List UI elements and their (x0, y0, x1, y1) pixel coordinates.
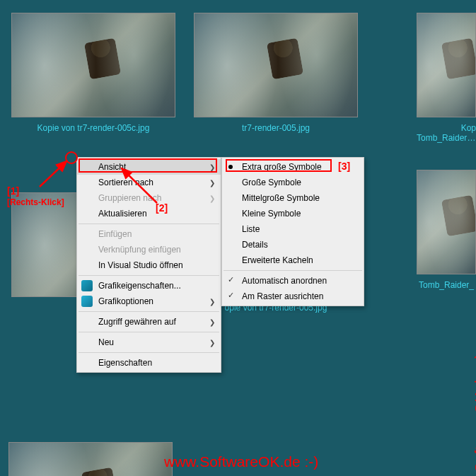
menu-label: Sortieren nach (98, 178, 153, 187)
file-label: Kopie von tr7-render-005c.jpg (37, 123, 150, 133)
menu-label: Am Raster ausrichten (242, 291, 323, 301)
menu-label: Aktualisieren (98, 209, 147, 219)
file-item[interactable]: Kopie von tr7-render-005c.jpg (8, 13, 178, 133)
menu-item-zugriff[interactable]: Zugriff gewähren auf ❯ (77, 314, 221, 330)
menu-label: Große Symbole (242, 178, 301, 187)
menu-separator (79, 352, 219, 353)
menu-label: Details (242, 240, 268, 250)
bullet-icon (228, 165, 233, 169)
menu-label: Erweiterte Kacheln (242, 255, 313, 265)
annotation-label-2: [2] (156, 202, 168, 214)
menu-label: Ansicht (98, 162, 126, 172)
menu-item-neu[interactable]: Neu ❯ (77, 335, 221, 350)
menu-item-raster[interactable]: ✓ Am Raster ausrichten (222, 289, 364, 304)
menu-item-einfuegen: Einfügen (77, 226, 221, 242)
menu-label: Zugriff gewähren auf (98, 317, 176, 327)
submenu-ansicht: Extra große Symbole Große Symbole Mittel… (221, 157, 364, 306)
menu-item-klein[interactable]: Kleine Symbole (222, 206, 364, 221)
menu-separator (79, 332, 219, 332)
menu-item-gruppieren: Gruppieren nach ❯ (77, 190, 221, 206)
file-item[interactable]: Tomb_Raider_ (417, 170, 476, 290)
menu-label: In Visual Studio öffnen (98, 260, 183, 270)
menu-item-ansicht[interactable]: Ansicht ❯ (77, 159, 221, 175)
menu-separator (79, 311, 219, 312)
menu-item-details[interactable]: Details (222, 237, 364, 252)
menu-label: Verknüpfung einfügen (98, 245, 181, 255)
graphics-icon (81, 296, 93, 307)
menu-label: Grafikeigenschaften... (98, 281, 181, 291)
menu-label: Extra große Symbole (242, 162, 322, 172)
menu-item-kacheln[interactable]: Erweiterte Kacheln (222, 252, 364, 268)
annotation-circle (65, 151, 78, 164)
thumbnail (417, 170, 476, 274)
context-menu: Ansicht ❯ Sortieren nach ❯ Gruppieren na… (76, 157, 221, 373)
file-item[interactable]: tr7-render-005.jpg (191, 13, 361, 133)
menu-label: Automatisch anordnen (242, 276, 327, 286)
menu-label: Liste (242, 224, 260, 234)
watermark-bottom: www.SoftwareOK.de :-) (164, 453, 318, 470)
menu-item-grafikeig[interactable]: Grafikeigenschaften... (77, 278, 221, 294)
menu-label: Neu (98, 337, 114, 347)
menu-label: Kleine Symbole (242, 209, 301, 219)
file-label: Kop (417, 123, 476, 133)
menu-label: Gruppieren nach (98, 193, 161, 203)
chevron-right-icon: ❯ (209, 339, 215, 347)
menu-item-mittel[interactable]: Mittelgroße Symbole (222, 190, 364, 206)
menu-label: Eigenschaften (98, 358, 152, 368)
menu-item-vsopen[interactable]: In Visual Studio öffnen (77, 257, 221, 273)
check-icon: ✓ (228, 275, 234, 284)
file-item[interactable]: Kop Tomb_Raider_Lege (417, 13, 476, 143)
file-label: Tomb_Raider_ (417, 280, 476, 290)
graphics-icon (81, 280, 93, 291)
chevron-right-icon: ❯ (209, 318, 215, 326)
menu-item-grosse[interactable]: Große Symbole (222, 175, 364, 190)
menu-label: Mittelgroße Symbole (242, 193, 320, 203)
thumbnail (194, 13, 358, 117)
annotation-label-1b: [Rechts-Klick] (7, 197, 64, 207)
menu-label: Grafikoptionen (98, 296, 153, 306)
menu-item-aktualisieren[interactable]: Aktualisieren (77, 206, 221, 221)
menu-item-grafikopt[interactable]: Grafikoptionen ❯ (77, 294, 221, 309)
annotation-label-3: [3] (338, 161, 350, 172)
menu-item-liste[interactable]: Liste (222, 221, 364, 237)
file-label: Tomb_Raider_Lege (417, 133, 476, 143)
thumbnail (8, 442, 173, 476)
menu-item-sortieren[interactable]: Sortieren nach ❯ (77, 175, 221, 190)
file-label: tr7-render-005.jpg (242, 123, 310, 133)
menu-item-verknuepfung: Verknüpfung einfügen (77, 242, 221, 257)
menu-separator (224, 270, 362, 271)
menu-item-eigenschaften[interactable]: Eigenschaften (77, 355, 221, 371)
menu-separator (79, 275, 219, 276)
menu-label: Einfügen (98, 229, 132, 239)
chevron-right-icon: ❯ (209, 195, 215, 202)
thumbnail (11, 13, 175, 117)
chevron-right-icon: ❯ (209, 298, 215, 306)
menu-separator (79, 224, 219, 224)
menu-item-auto[interactable]: ✓ Automatisch anordnen (222, 273, 364, 289)
folder-view[interactable]: Kopie von tr7-render-005c.jpg tr7-render… (0, 0, 476, 146)
chevron-right-icon: ❯ (209, 179, 215, 187)
chevron-right-icon: ❯ (209, 163, 215, 171)
watermark-side: www.SoftwareOK.de :-) (472, 354, 476, 476)
check-icon: ✓ (228, 291, 234, 300)
annotation-label-1: [1] (7, 185, 19, 197)
thumbnail (417, 13, 476, 117)
